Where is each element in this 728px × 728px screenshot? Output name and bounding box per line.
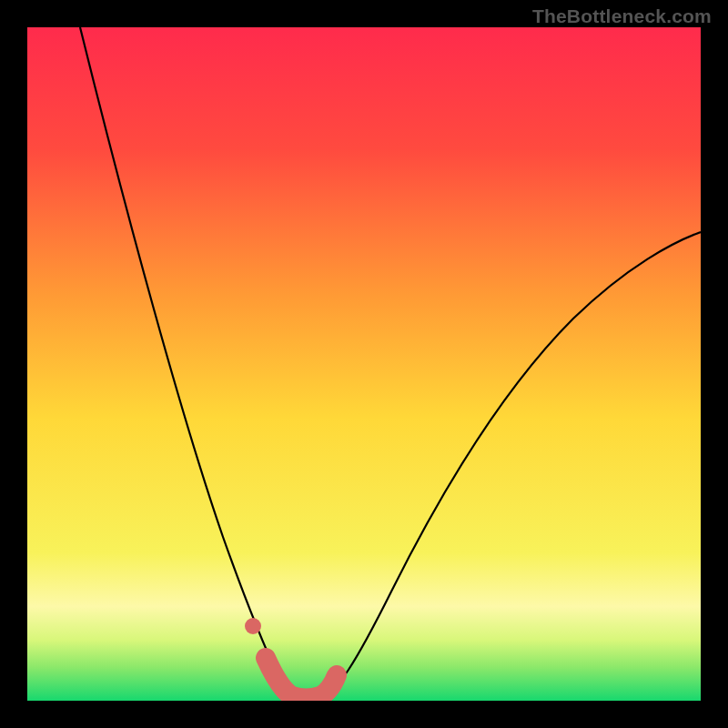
chart-svg xyxy=(27,27,701,701)
highlight-dot xyxy=(245,618,261,634)
chart-frame: TheBottleneck.com xyxy=(0,0,728,728)
plot-area xyxy=(27,27,701,701)
watermark: TheBottleneck.com xyxy=(532,5,712,27)
gradient-bg xyxy=(27,27,701,701)
